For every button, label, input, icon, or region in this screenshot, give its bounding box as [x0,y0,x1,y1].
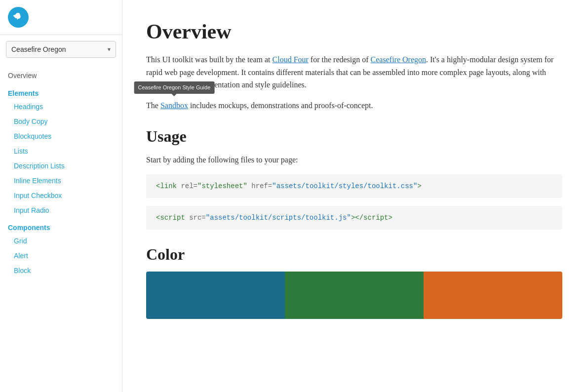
bird-icon [8,7,29,28]
sidebar-logo [0,0,122,35]
overview-p1-prefix: This UI toolkit was built by the team at [146,55,273,64]
bird-svg [12,11,24,23]
sidebar-item-body-copy[interactable]: Body Copy [0,114,122,129]
overview-paragraph-2: The SandboxCeasefire Oregon Style Guide … [146,99,562,112]
overview-p2-prefix: The [146,101,160,110]
sidebar-item-alert[interactable]: Alert [0,248,122,263]
color-heading: Color [146,245,562,264]
sidebar-section-elements: Elements [0,83,122,99]
sidebar-item-grid[interactable]: Grid [0,234,122,248]
usage-heading: Usage [146,127,562,146]
code-block-link: <link rel="stylesheet" href="assets/tool… [146,174,562,198]
code-attr-src: src= [185,214,206,222]
sidebar-item-input-radio[interactable]: Input Radio [0,203,122,218]
sidebar-item-description-lists[interactable]: Description Lists [0,158,122,173]
ceasefire-oregon-link[interactable]: Ceasefire Oregon [371,55,426,64]
sidebar-item-input-checkbox[interactable]: Input Checkbox [0,188,122,203]
code-tag-script-name: script [363,214,388,222]
usage-intro: Start by adding the following files to y… [146,154,562,166]
sidebar-section-components: Components [0,218,122,234]
code-val-css-path: "assets/toolkit/styles/toolkit.css" [272,182,417,190]
sidebar-item-headings[interactable]: Headings [0,99,122,114]
org-selector[interactable]: Ceasefire Oregon ▾ [6,41,116,58]
code-block-script: <script src="assets/toolkit/scripts/tool… [146,206,562,230]
color-swatch-blue [146,272,285,319]
main-content: Overview This UI toolkit was built by th… [122,0,586,392]
sidebar: Ceasefire Oregon ▾ Overview Elements Hea… [0,0,122,392]
code-tag-link-open: <link [156,182,177,190]
overview-p1-mid: for the redesign of [309,55,371,64]
code-tag-script-open: <script [156,214,185,222]
sandbox-link-wrapper: SandboxCeasefire Oregon Style Guide [160,99,188,112]
code-tag-script-close: ></ [351,214,363,222]
sidebar-item-blockquotes[interactable]: Blockquotes [0,129,122,144]
sidebar-nav: Overview Elements Headings Body Copy Blo… [0,64,122,282]
code-tag-link-close: > [417,182,421,190]
org-name: Ceasefire Oregon [11,45,66,53]
sidebar-item-overview[interactable]: Overview [0,68,122,83]
code-attr-href: href= [247,182,272,190]
code-tag-script-end: > [389,214,392,222]
code-val-js-path: "assets/toolkit/scripts/toolkit.js" [206,214,351,222]
sidebar-item-lists[interactable]: Lists [0,144,122,158]
overview-heading: Overview [146,20,562,43]
color-swatch-green [285,272,424,319]
chevron-down-icon: ▾ [108,46,111,53]
sidebar-item-inline-elements[interactable]: Inline Elements [0,173,122,188]
code-attr-rel: rel= [177,182,197,190]
sandbox-link[interactable]: Sandbox [160,101,188,110]
overview-p2-suffix: includes mockups, demonstrations and pro… [188,101,373,110]
cloud-four-link[interactable]: Cloud Four [273,55,309,64]
color-bar [146,272,562,319]
overview-paragraph-1: This UI toolkit was built by the team at… [146,53,562,91]
sidebar-item-block[interactable]: Block [0,263,122,278]
color-swatch-orange [424,272,562,319]
code-val-stylesheet: "stylesheet" [197,182,247,190]
